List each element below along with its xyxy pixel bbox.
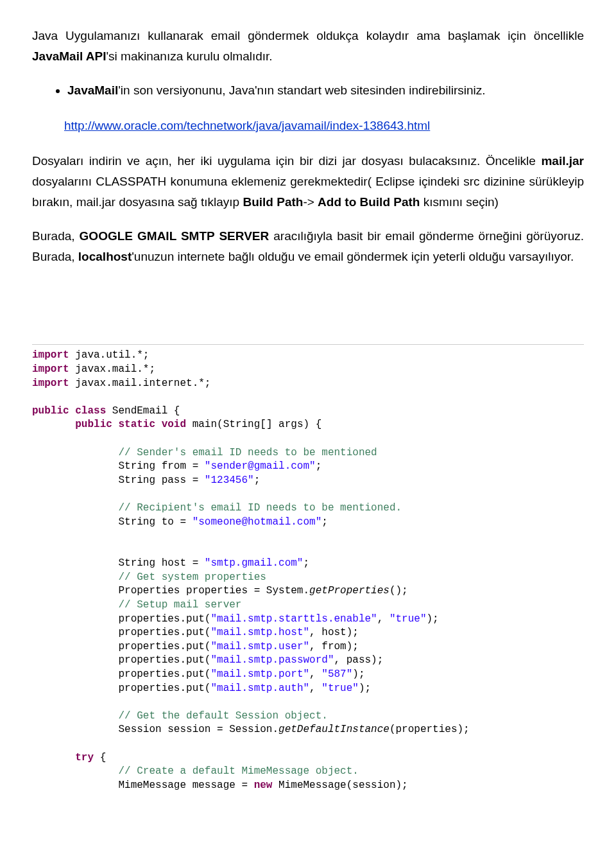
code-text: ;: [254, 475, 261, 486]
string: "587": [321, 668, 352, 680]
code-text: from);: [321, 641, 359, 652]
code-text: );: [359, 683, 371, 694]
code-text: ();: [389, 585, 408, 597]
comment: // Get the default Session object.: [118, 710, 327, 722]
code-text: MimeMessage message =: [118, 780, 253, 791]
code-text: String from =: [118, 460, 204, 472]
code-text: ;: [316, 460, 322, 472]
italic-call: getDefaultInstance: [278, 724, 389, 735]
code-text: ,: [309, 627, 321, 638]
code-text: properties.put(: [118, 683, 210, 694]
comment: // Get system properties: [118, 571, 266, 583]
bold-text: mail.jar: [541, 154, 584, 168]
comment: // Sender's email ID needs to be mention…: [118, 447, 377, 458]
code-text: properties.put(: [118, 627, 210, 638]
keyword: public: [75, 419, 112, 430]
document-body: Java Uygulamanızı kullanarak email gönde…: [32, 26, 584, 267]
string: "mail.smtp.starttls.enable": [210, 613, 377, 625]
string: "smtp.gmail.com": [205, 557, 304, 569]
code-text: String host =: [118, 557, 204, 569]
code-text: ,: [309, 668, 321, 680]
code-text: String to =: [118, 516, 192, 528]
comment: // Setup mail server: [118, 599, 241, 611]
code-text: properties.put(: [118, 641, 210, 652]
list-item: JavaMail'in son versiyonunu, Java'nın st…: [67, 80, 584, 101]
code-text: properties.put(: [118, 654, 210, 666]
bold-text: JavaMail: [67, 83, 118, 97]
code-text: String pass =: [118, 475, 204, 486]
code-text: );: [352, 668, 364, 680]
keyword: import: [32, 378, 69, 389]
keyword: static: [118, 419, 155, 430]
string: "true": [389, 613, 427, 625]
code-text: host);: [321, 627, 359, 638]
code-text: properties.put(: [118, 668, 210, 680]
bold-text: Add to Build Path: [318, 195, 420, 209]
code-text: ,: [309, 683, 321, 694]
paragraph-intro: Java Uygulamanızı kullanarak email gönde…: [32, 26, 584, 67]
text: 'unuzun internete bağlı olduğu ve email …: [132, 250, 574, 263]
text: Burada,: [32, 229, 80, 243]
code-text: javax.mail.*;: [69, 363, 155, 375]
keyword: import: [32, 349, 69, 361]
code-text: SendEmail {: [106, 405, 180, 417]
paragraph-classpath: Dosyaları indirin ve açın, her iki uygul…: [32, 151, 584, 213]
text: Java Uygulamanızı kullanarak email gönde…: [32, 29, 584, 42]
bold-text: JavaMail API: [32, 49, 106, 63]
code-text: pass);: [346, 654, 384, 666]
code-text: main(String[] args) {: [186, 419, 321, 430]
code-text: (properties);: [389, 724, 470, 735]
comment: // Create a default MimeMessage object.: [118, 765, 358, 777]
code-text: properties.put(: [118, 613, 210, 625]
code-block: import java.util.*; import javax.mail.*;…: [32, 344, 584, 792]
text: 'si makinanıza kurulu olmalıdır.: [106, 49, 272, 63]
text: Dosyaları indirin ve açın, her iki uygul…: [32, 154, 541, 168]
string: "mail.smtp.auth": [210, 683, 309, 694]
code-text: ,: [377, 613, 389, 625]
string: "123456": [205, 475, 254, 486]
code-text: java.util.*;: [69, 349, 150, 361]
keyword: new: [254, 780, 273, 791]
text: ->: [303, 195, 318, 209]
code-text: );: [427, 613, 439, 625]
text: kısmını seçin): [420, 195, 498, 209]
comment: // Recipient's email ID needs to be ment…: [118, 502, 402, 514]
string: "someone@hotmail.com": [193, 516, 322, 528]
code-text: Properties properties = System.: [118, 585, 309, 597]
string: "mail.smtp.host": [210, 627, 309, 638]
code-text: ;: [303, 557, 309, 569]
keyword: class: [75, 405, 106, 417]
keyword: import: [32, 363, 69, 375]
bold-text: GOOGLE GMAIL SMTP SERVER: [80, 229, 270, 243]
string: "mail.smtp.user": [210, 641, 309, 652]
bold-text: Build Path: [243, 195, 303, 209]
string: "mail.smtp.password": [210, 654, 334, 666]
bullet-list: JavaMail'in son versiyonunu, Java'nın st…: [32, 80, 584, 101]
code-text: ,: [334, 654, 346, 666]
download-link[interactable]: http://www.oracle.com/technetwork/java/j…: [64, 119, 584, 133]
code-text: javax.mail.internet.*;: [69, 378, 211, 389]
code-text: {: [94, 752, 106, 763]
string: "true": [321, 683, 359, 694]
code-text: MimeMessage(session);: [272, 780, 407, 791]
bold-text: localhost: [78, 250, 132, 263]
code-text: ;: [321, 516, 328, 528]
italic-call: getProperties: [309, 585, 389, 597]
string: "sender@gmail.com": [205, 460, 316, 472]
keyword: try: [75, 752, 94, 763]
keyword: void: [162, 419, 186, 430]
text: 'in son versiyonunu, Java'nın standart w…: [118, 83, 485, 97]
code-text: Session session = Session.: [118, 724, 278, 735]
keyword: public: [32, 405, 69, 417]
code-text: ,: [309, 641, 321, 652]
paragraph-example: Burada, GOOGLE GMAIL SMTP SERVER aracılı…: [32, 226, 584, 268]
string: "mail.smtp.port": [210, 668, 309, 680]
